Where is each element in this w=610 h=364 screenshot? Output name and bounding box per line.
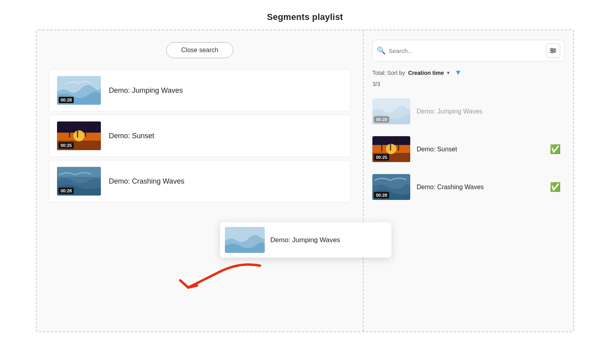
svg-point-14 bbox=[551, 48, 553, 50]
svg-point-16 bbox=[551, 51, 553, 53]
left-video-item-jumping-waves[interactable]: 00:28 Demo: Jumping Waves bbox=[49, 69, 351, 112]
right-thumb-crashing-waves: 00:28 bbox=[372, 174, 410, 200]
right-video-name-sunset: Demo: Sunset bbox=[417, 146, 543, 153]
left-video-item-crashing-waves[interactable]: 00:28 Demo: Crashing Waves bbox=[49, 160, 351, 202]
video-name-crashing-waves: Demo: Crashing Waves bbox=[109, 177, 184, 186]
arrow-indicator bbox=[168, 256, 268, 296]
drag-tooltip: Demo: Jumping Waves bbox=[220, 222, 392, 258]
sort-prefix-label: Total: Sort by bbox=[372, 70, 405, 76]
duration-badge-crashing-waves: 00:28 bbox=[59, 188, 74, 194]
close-search-button[interactable]: Close search bbox=[166, 42, 233, 58]
main-container: Close search 00:28 Demo: Jumping Wa bbox=[36, 29, 574, 332]
left-video-list: 00:28 Demo: Jumping Waves bbox=[49, 69, 351, 205]
svg-point-15 bbox=[553, 50, 555, 51]
thumb-jumping-waves: 00:28 bbox=[57, 76, 101, 105]
video-name-sunset: Demo: Sunset bbox=[109, 132, 154, 140]
right-video-item-crashing-waves[interactable]: 00:28 Demo: Crashing Waves ✅ bbox=[372, 170, 565, 204]
svg-point-4 bbox=[73, 130, 85, 141]
right-video-name-jumping-waves: Demo: Jumping Waves bbox=[417, 108, 561, 115]
right-panel: 🔍 Total: Sort by Creation time ▾ ▼ 3/3 bbox=[364, 30, 573, 331]
duration-badge-sunset: 00:25 bbox=[59, 142, 74, 149]
thumb-sunset: 00:25 bbox=[57, 121, 101, 150]
drag-tooltip-name: Demo: Jumping Waves bbox=[270, 236, 340, 244]
drag-tooltip-thumb bbox=[225, 227, 265, 253]
filter-button[interactable] bbox=[546, 43, 560, 58]
right-video-item-jumping-waves[interactable]: 00:28 Demo: Jumping Waves bbox=[372, 94, 565, 128]
right-video-item-sunset[interactable]: 00:25 Demo: Sunset ✅ bbox=[372, 132, 565, 166]
svg-rect-23 bbox=[390, 137, 391, 151]
search-bar[interactable]: 🔍 bbox=[372, 40, 565, 61]
svg-rect-5 bbox=[69, 121, 70, 137]
svg-rect-7 bbox=[85, 121, 86, 137]
count-label: 3/3 bbox=[372, 81, 565, 87]
right-thumb-sunset: 00:25 bbox=[372, 136, 410, 162]
right-video-list: 00:28 Demo: Jumping Waves 00: bbox=[372, 94, 565, 204]
svg-rect-24 bbox=[398, 136, 399, 151]
svg-rect-9 bbox=[57, 167, 101, 177]
svg-rect-22 bbox=[381, 136, 382, 151]
video-name-jumping-waves: Demo: Jumping Waves bbox=[109, 86, 183, 95]
right-video-name-crashing-waves: Demo: Crashing Waves bbox=[417, 184, 543, 191]
right-duration-badge-jumping-waves: 00:28 bbox=[374, 116, 389, 123]
duration-badge-jumping-waves: 00:28 bbox=[59, 97, 74, 103]
right-thumb-jumping-waves: 00:28 bbox=[372, 98, 410, 124]
search-icon: 🔍 bbox=[377, 46, 386, 55]
left-panel: Close search 00:28 Demo: Jumping Wa bbox=[37, 30, 364, 331]
right-duration-badge-crashing-waves: 00:28 bbox=[374, 192, 389, 198]
sort-row: Total: Sort by Creation time ▾ ▼ 3/3 bbox=[372, 68, 565, 87]
sort-value-label: Creation time bbox=[408, 70, 444, 76]
check-icon-sunset: ✅ bbox=[550, 144, 561, 155]
search-input[interactable] bbox=[389, 47, 543, 54]
svg-rect-6 bbox=[77, 123, 78, 137]
check-icon-crashing-waves: ✅ bbox=[550, 182, 561, 192]
sort-chevron-icon[interactable]: ▾ bbox=[447, 70, 450, 76]
right-duration-badge-sunset: 00:25 bbox=[374, 154, 389, 160]
sort-funnel-icon[interactable]: ▼ bbox=[455, 68, 462, 77]
left-video-item-sunset[interactable]: 00:25 Demo: Sunset bbox=[49, 115, 351, 157]
page-title: Segments playlist bbox=[267, 12, 343, 22]
thumb-crashing-waves: 00:28 bbox=[57, 167, 101, 196]
